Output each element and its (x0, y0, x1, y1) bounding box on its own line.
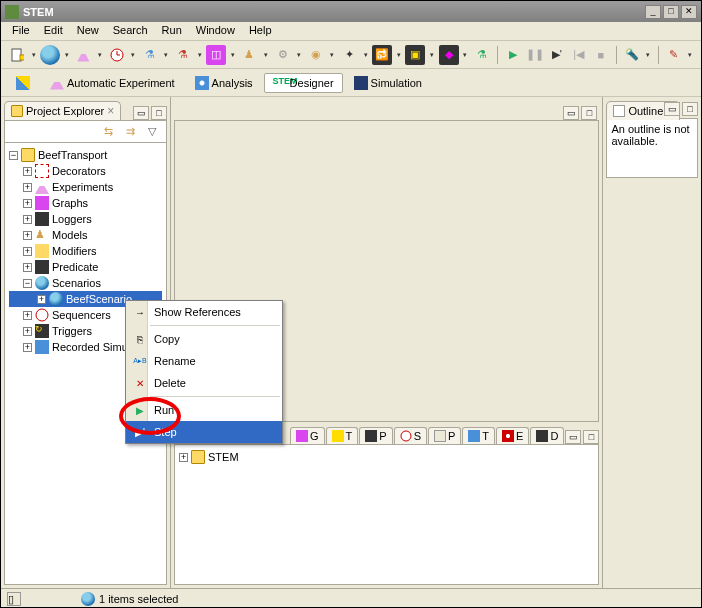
gear-button[interactable]: ⚙ (273, 45, 293, 65)
bottom-tree-area[interactable]: +STEM (174, 445, 599, 585)
perspective-automatic-experiment[interactable]: Automatic Experiment (41, 73, 184, 93)
outline-maximize-button[interactable]: □ (682, 102, 698, 116)
tree-folder-predicate[interactable]: +Predicate (9, 259, 162, 275)
expand-icon[interactable]: + (23, 231, 32, 240)
expand-icon[interactable]: + (37, 295, 46, 304)
expand-icon[interactable]: + (23, 263, 32, 272)
expand-icon[interactable]: − (9, 151, 18, 160)
bottom-maximize-button[interactable]: □ (583, 430, 599, 444)
perspective-simulation[interactable]: Simulation (345, 73, 431, 93)
expand-icon[interactable]: + (23, 311, 32, 320)
step-button[interactable]: ▶' (547, 45, 567, 65)
tree-folder-experiments[interactable]: +Experiments (9, 179, 162, 195)
bottom-tab-d[interactable]: D (530, 427, 564, 444)
perspective-open-button[interactable] (7, 73, 39, 93)
ctx-delete[interactable]: ✕Delete (126, 372, 282, 394)
trigger-button[interactable]: 🔂 (372, 45, 392, 65)
expand-icon[interactable]: + (23, 199, 32, 208)
tree-stem-root[interactable]: +STEM (179, 449, 594, 465)
pause-button[interactable]: ❚❚ (525, 45, 545, 65)
menu-search[interactable]: Search (106, 22, 155, 40)
project-explorer-tab[interactable]: Project Explorer × (4, 101, 121, 120)
trigger-dropdown[interactable]: ▾ (394, 46, 403, 64)
search-button[interactable]: 🔦 (622, 45, 642, 65)
flask-blue-dropdown[interactable]: ▾ (162, 46, 171, 64)
expand-icon[interactable]: + (23, 247, 32, 256)
ctx-show-references[interactable]: →Show References (126, 301, 282, 323)
view-minimize-button[interactable]: ▭ (133, 106, 149, 120)
logger-button[interactable]: ◆ (439, 45, 459, 65)
person-dropdown[interactable]: ▾ (261, 46, 270, 64)
clock-red-dropdown[interactable]: ▾ (129, 46, 138, 64)
label-dropdown[interactable]: ▾ (328, 46, 337, 64)
graph-button[interactable]: ◫ (206, 45, 226, 65)
modifier-button[interactable]: ✦ (339, 45, 359, 65)
minimize-button[interactable]: _ (645, 5, 661, 19)
bottom-tab-t2[interactable]: T (462, 427, 495, 444)
link-editor-button[interactable]: ⇉ (120, 122, 140, 142)
tree-folder-decorators[interactable]: +Decorators (9, 163, 162, 179)
menu-file[interactable]: File (5, 22, 37, 40)
scenario-button[interactable] (40, 45, 60, 65)
tree-project[interactable]: −BeefTransport (9, 147, 162, 163)
tree-folder-graphs[interactable]: +Graphs (9, 195, 162, 211)
modifier-dropdown[interactable]: ▾ (361, 46, 370, 64)
label-button[interactable]: ◉ (306, 45, 326, 65)
fastview-icon[interactable]: ▯ (7, 592, 21, 606)
outline-minimize-button[interactable]: ▭ (664, 102, 680, 116)
predicate-dropdown[interactable]: ▾ (427, 46, 436, 64)
flask-red-dropdown[interactable]: ▾ (195, 46, 204, 64)
ctx-step[interactable]: ▶'Step (126, 421, 282, 443)
menu-edit[interactable]: Edit (37, 22, 70, 40)
collapse-all-button[interactable]: ⇆ (98, 122, 118, 142)
close-button[interactable]: ✕ (681, 5, 697, 19)
stop-button[interactable]: ■ (591, 45, 611, 65)
expand-icon[interactable]: + (23, 183, 32, 192)
scenario-dropdown[interactable]: ▾ (62, 46, 71, 64)
logger-dropdown[interactable]: ▾ (461, 46, 470, 64)
experiment-dropdown[interactable]: ▾ (95, 46, 104, 64)
expand-icon[interactable]: + (23, 327, 32, 336)
tree-folder-modifiers[interactable]: +Modifiers (9, 243, 162, 259)
maximize-button[interactable]: □ (663, 5, 679, 19)
clock-red-button[interactable] (107, 45, 127, 65)
tree-folder-models[interactable]: +♟Models (9, 227, 162, 243)
project-explorer-close[interactable]: × (107, 104, 114, 118)
editor-maximize-button[interactable]: □ (581, 106, 597, 120)
experiment-button[interactable] (73, 45, 93, 65)
screenshot-dropdown[interactable]: ▾ (686, 46, 695, 64)
expand-icon[interactable]: + (23, 343, 32, 352)
expand-icon[interactable]: − (23, 279, 32, 288)
perspective-designer[interactable]: STEMDesigner (264, 73, 343, 93)
tree-folder-scenarios[interactable]: −Scenarios (9, 275, 162, 291)
bottom-tab-s[interactable]: S (394, 427, 427, 444)
new-button[interactable] (7, 45, 27, 65)
search-dropdown[interactable]: ▾ (644, 46, 653, 64)
view-maximize-button[interactable]: □ (151, 106, 167, 120)
person-button[interactable]: ♟ (239, 45, 259, 65)
expand-icon[interactable]: + (23, 167, 32, 176)
view-menu-button[interactable]: ▽ (142, 122, 162, 142)
ctx-copy[interactable]: ⎘Copy (126, 328, 282, 350)
screenshot-button[interactable]: ✎ (664, 45, 684, 65)
bottom-tab-t[interactable]: T (326, 427, 359, 444)
menu-window[interactable]: Window (189, 22, 242, 40)
menu-help[interactable]: Help (242, 22, 279, 40)
graph-dropdown[interactable]: ▾ (228, 46, 237, 64)
flask-red-button[interactable]: ⚗ (173, 45, 193, 65)
menu-new[interactable]: New (70, 22, 106, 40)
bottom-tab-g[interactable]: G (290, 427, 325, 444)
bottom-tab-p[interactable]: P (359, 427, 392, 444)
run-button[interactable]: ▶ (503, 45, 523, 65)
ctx-rename[interactable]: A▸BRename (126, 350, 282, 372)
flask-green-button[interactable]: ⚗ (472, 45, 492, 65)
bottom-tab-p2[interactable]: P (428, 427, 461, 444)
expand-icon[interactable]: + (23, 215, 32, 224)
bottom-minimize-button[interactable]: ▭ (565, 430, 581, 444)
menu-run[interactable]: Run (155, 22, 189, 40)
back-button[interactable]: |◀ (569, 45, 589, 65)
gear-dropdown[interactable]: ▾ (295, 46, 304, 64)
expand-icon[interactable]: + (179, 453, 188, 462)
ctx-run[interactable]: ▶Run (126, 399, 282, 421)
flask-blue-button[interactable]: ⚗ (140, 45, 160, 65)
